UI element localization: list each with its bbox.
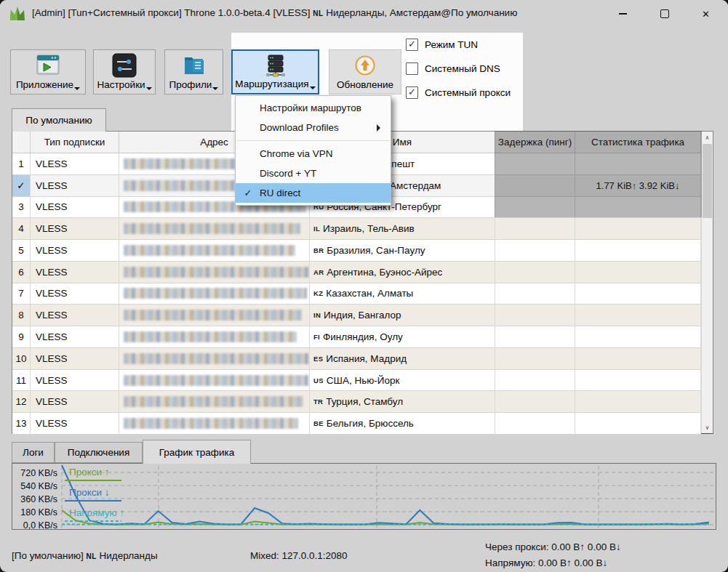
country-code: in (313, 311, 321, 319)
checkbox-label: Системный DNS (425, 63, 500, 74)
address-redacted (124, 375, 308, 386)
scroll-up-icon[interactable]: ∧ (702, 132, 713, 143)
tab-traffic-graph[interactable]: График трафика (143, 440, 251, 464)
toolbar-checkbox[interactable]: ✓ Системный DNS (406, 60, 523, 76)
row-address (119, 413, 310, 435)
row-name: fiФинляндия, Оулу (310, 326, 495, 348)
row-number: 7 (12, 283, 31, 305)
row-number: 11 (12, 370, 31, 392)
menu-item-label: RU direct (260, 188, 300, 198)
titlebar: [Admin] [Tun+Системный прокси] Throne 1.… (0, 0, 728, 28)
address-redacted (124, 267, 309, 278)
header-type[interactable]: Тип подписки (31, 132, 119, 153)
row-latency (495, 305, 575, 326)
row-number: 3 (12, 197, 31, 219)
toolbar-button-application[interactable]: Приложение (10, 49, 86, 94)
row-type: VLESS (31, 197, 119, 219)
row-name: inИндия, Бангалор (310, 305, 495, 326)
toolbar-checkbox-group: ✓ Режим TUN ✓ Системный DNS ✓ Системный … (406, 36, 523, 108)
scrollbar-thumb[interactable] (703, 144, 712, 218)
row-number: 1 (12, 153, 31, 175)
row-name: brБразилия, Сан-Паулу (310, 240, 495, 262)
country-code: tr (313, 398, 323, 406)
row-number: 9 (12, 326, 31, 348)
toolbar-button-profiles[interactable]: Профили (164, 49, 223, 94)
toolbar-button-update[interactable]: Обновление (329, 49, 401, 94)
toolbar-button-routing[interactable]: Маршрутизация (231, 49, 319, 94)
row-traffic (575, 413, 701, 435)
row-traffic (575, 305, 701, 326)
row-latency (495, 413, 575, 435)
row-traffic (575, 326, 701, 348)
address-redacted (124, 288, 307, 299)
country-code: ar (313, 268, 324, 276)
svg-text:0,0 KB/s: 0,0 KB/s (23, 520, 57, 530)
row-type: VLESS (31, 218, 119, 240)
traffic-graph-panel: 720 KB/s540 KB/s360 KB/s180 KB/s0,0 KB/s… (12, 463, 716, 530)
toolbar-checkbox[interactable]: ✓ Режим TUN (406, 36, 523, 52)
country-code: be (313, 419, 324, 427)
app-window: [Admin] [Tun+Системный прокси] Throne 1.… (0, 0, 728, 572)
svg-text:Прокси ↑: Прокси ↑ (69, 467, 110, 478)
address-redacted (124, 223, 300, 234)
row-traffic (575, 348, 701, 370)
svg-text:Прокси ↓: Прокси ↓ (69, 487, 110, 498)
dropdown-caret (310, 86, 316, 92)
dropdown-caret (146, 87, 152, 93)
check-icon: ✓ (241, 188, 255, 198)
minimize-button[interactable] (602, 0, 644, 28)
row-latency (495, 283, 575, 305)
table-scrollbar[interactable]: ∧ ∨ (701, 132, 713, 433)
row-address (119, 218, 310, 240)
row-address (119, 391, 310, 413)
row-latency (495, 326, 575, 348)
row-traffic (575, 391, 701, 413)
maximize-button[interactable] (644, 0, 685, 28)
row-latency (495, 262, 575, 283)
status-inbound-address: Mixed: 127.0.0.1:2080 (250, 550, 348, 561)
country-code: br (313, 246, 324, 254)
update-arrow-icon (329, 52, 401, 78)
close-button[interactable]: ✕ (685, 0, 727, 28)
check-icon: ✓ (408, 87, 416, 97)
row-address (119, 283, 310, 305)
menu-item[interactable]: ✓ RU direct (236, 183, 391, 203)
profile-group-tab[interactable]: По умолчанию (12, 108, 106, 132)
row-type: VLESS (31, 262, 119, 283)
row-latency (495, 391, 575, 413)
dropdown-caret (74, 87, 80, 93)
country-code: kz (313, 289, 323, 297)
address-redacted (124, 396, 303, 407)
row-number: 12 (12, 391, 31, 413)
row-name: ilИзраиль, Тель-Авив (310, 218, 495, 240)
menu-item[interactable]: ✓ Discord + YT (236, 164, 391, 183)
menu-item[interactable]: ✓ Настройки маршрутов (236, 98, 391, 118)
check-icon: ✓ (408, 39, 416, 49)
traffic-chart: 720 KB/s540 KB/s360 KB/s180 KB/s0,0 KB/s… (12, 464, 716, 529)
row-type: VLESS (31, 348, 119, 370)
checkbox-box: ✓ (406, 39, 418, 51)
submenu-arrow-icon (377, 124, 384, 132)
row-traffic (575, 218, 701, 240)
settings-sliders-icon (94, 52, 155, 78)
menu-item[interactable]: ✓ Chrome via VPN (236, 144, 391, 164)
row-address (119, 348, 310, 370)
menu-item[interactable]: ✓ (237, 140, 389, 141)
row-name: kzКазахстан, Алматы (310, 283, 495, 305)
tab-connections[interactable]: Подключения (55, 442, 143, 463)
menu-item-label: Download Profiles (260, 122, 339, 133)
tab-logs[interactable]: Логи (12, 442, 55, 463)
row-type: VLESS (31, 326, 119, 348)
row-traffic (575, 370, 701, 392)
header-rownum[interactable] (12, 132, 31, 153)
menu-item-label: Настройки маршрутов (260, 102, 361, 113)
menu-item[interactable]: ✓ Download Profiles (236, 118, 391, 137)
scroll-down-icon[interactable]: ∨ (702, 422, 713, 433)
address-redacted (124, 418, 298, 429)
row-type: VLESS (31, 283, 119, 305)
country-code: es (313, 355, 323, 363)
toolbar-checkbox[interactable]: ✓ Системный прокси (406, 84, 523, 100)
address-redacted (124, 310, 302, 321)
toolbar-button-settings[interactable]: Настройки (93, 49, 156, 94)
row-traffic (575, 262, 701, 283)
